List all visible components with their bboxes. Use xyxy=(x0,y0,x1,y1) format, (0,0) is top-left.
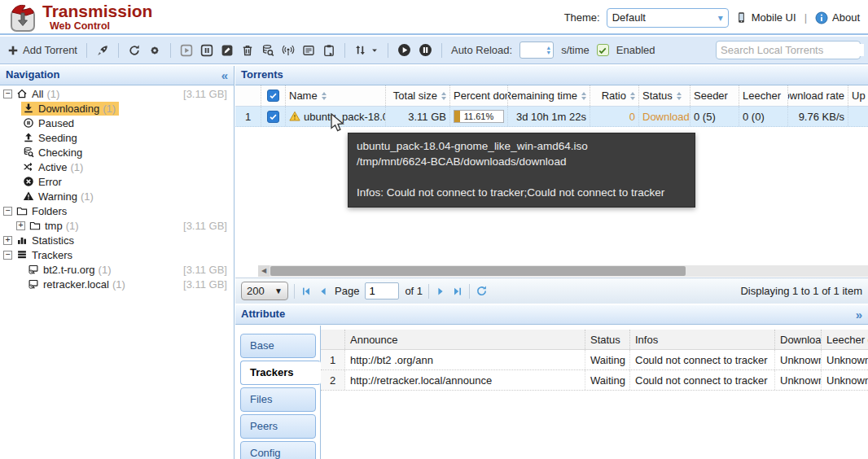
scroll-left-arrow-icon[interactable]: ◀ xyxy=(258,265,270,277)
column-header-select-all[interactable] xyxy=(261,85,286,106)
collapse-left-icon[interactable]: « xyxy=(221,67,228,85)
column-header-ratio[interactable]: Ratio xyxy=(590,85,639,106)
column-header-seeder[interactable]: Seeder xyxy=(690,85,739,106)
column-header-leecher[interactable]: Leecher xyxy=(739,85,788,106)
nav-item-folders[interactable]: − Folders xyxy=(0,203,234,218)
nav-item-label: Checking xyxy=(38,146,82,159)
column-header-remaining-time[interactable]: Remaining time xyxy=(508,85,590,106)
page-size-select[interactable]: 200 ▼ xyxy=(241,282,288,300)
about-link[interactable]: About xyxy=(815,11,860,24)
column-header-percent-done[interactable]: Percent done xyxy=(450,85,508,106)
tracker-row[interactable]: 1 http://bt2 .org/ann Waiting Could not … xyxy=(321,350,868,370)
start-torrent-button[interactable] xyxy=(180,44,193,57)
first-page-button[interactable] xyxy=(300,286,312,297)
queue-move-button[interactable] xyxy=(354,44,379,56)
copy-path-button[interactable] xyxy=(322,44,335,57)
nav-item-checking[interactable]: Checking xyxy=(0,145,234,160)
tab-base[interactable]: Base xyxy=(240,334,316,358)
nav-item-active[interactable]: Active (1) xyxy=(0,160,234,174)
nav-item-trackers[interactable]: − Trackers xyxy=(0,247,234,262)
column-header-infos[interactable]: Infos xyxy=(630,330,775,349)
tree-collapse-toggle[interactable]: − xyxy=(3,251,12,260)
search-box[interactable] xyxy=(716,41,861,59)
settings-button[interactable] xyxy=(148,44,161,57)
nav-item-seeding[interactable]: Seeding xyxy=(0,130,234,145)
edit-icon xyxy=(221,44,234,57)
horizontal-scrollbar[interactable]: ◀ xyxy=(258,265,868,277)
tree-collapse-toggle[interactable]: − xyxy=(3,90,12,98)
statistics-icon xyxy=(16,234,28,246)
mouse-cursor xyxy=(330,113,349,134)
folder-icon xyxy=(16,205,28,216)
column-header-name[interactable]: Name xyxy=(286,85,386,106)
tab-peers[interactable]: Peers xyxy=(240,414,316,439)
check-icon xyxy=(598,46,607,55)
attributes-button[interactable] xyxy=(302,44,315,57)
reannounce-button[interactable] xyxy=(282,44,295,57)
pause-torrent-button[interactable] xyxy=(200,44,213,57)
add-torrent-label: Add Torrent xyxy=(23,44,77,56)
tooltip-torrent-name: ubuntu_pack-18.04-gnome_like_win-amd64.i… xyxy=(357,138,686,154)
nav-item-count: (1) xyxy=(46,88,59,100)
tab-files[interactable]: Files xyxy=(240,387,316,412)
nav-item-warning[interactable]: Warning (1) xyxy=(0,189,234,203)
tree-collapse-toggle[interactable]: − xyxy=(3,207,12,216)
column-header-leecher[interactable]: Leecher c xyxy=(822,330,868,349)
column-header-announce[interactable]: Announce xyxy=(345,330,585,349)
tab-config[interactable]: Config xyxy=(240,441,316,459)
rename-button[interactable] xyxy=(221,44,234,57)
remove-button[interactable] xyxy=(241,44,254,57)
mobile-ui-link[interactable]: Mobile UI xyxy=(735,11,796,24)
about-label: About xyxy=(832,11,860,24)
mobile-ui-label: Mobile UI xyxy=(752,11,796,24)
scrollbar-thumb[interactable] xyxy=(270,266,686,276)
recheck-button[interactable] xyxy=(261,44,274,57)
nav-item-statistics[interactable]: + Statistics xyxy=(0,233,234,247)
start-all-button[interactable] xyxy=(397,43,411,57)
spinner-down-icon[interactable]: ▼ xyxy=(546,50,551,55)
select-all-checkbox[interactable] xyxy=(267,90,279,102)
nav-item-label: All xyxy=(32,88,43,100)
column-header-download[interactable]: Download xyxy=(775,330,822,349)
auto-reload-enabled-checkbox[interactable] xyxy=(597,44,609,56)
nav-item-downloading[interactable]: Downloading (1) xyxy=(0,101,234,116)
column-header-upload-rate[interactable]: Up xyxy=(848,85,868,106)
nav-item-tracker-retracker[interactable]: retracker.local (1) [3.11 GB] xyxy=(0,277,234,291)
row-checkbox[interactable] xyxy=(267,111,279,123)
search-input[interactable] xyxy=(721,44,864,56)
page-number-input[interactable] xyxy=(365,282,399,299)
theme-select[interactable]: Default ▾ xyxy=(607,8,729,28)
collapse-right-icon[interactable]: » xyxy=(856,306,862,324)
toolbar-separator xyxy=(170,43,171,58)
torrent-percent-cell: 11.61% xyxy=(450,107,508,126)
form-icon xyxy=(302,44,315,57)
tracker-status: Waiting xyxy=(585,350,630,369)
last-page-button[interactable] xyxy=(452,286,463,297)
refresh-page-button[interactable] xyxy=(476,285,488,297)
tracker-infos: Could not connect to tracker xyxy=(630,370,775,390)
column-header-status[interactable]: Status xyxy=(585,330,630,349)
column-header-status[interactable]: Status xyxy=(639,85,690,106)
next-page-button[interactable] xyxy=(435,286,446,297)
tree-expand-toggle[interactable]: + xyxy=(3,236,12,245)
column-header-download-rate[interactable]: Download rate xyxy=(788,85,848,106)
nav-item-all[interactable]: − All (1) [3.11 GB] xyxy=(0,86,234,101)
previous-page-button[interactable] xyxy=(318,286,329,297)
auto-reload-input[interactable]: ▲ ▼ xyxy=(519,42,554,59)
column-header-total-size[interactable]: Total size xyxy=(386,85,450,106)
tracker-icon xyxy=(28,278,39,290)
add-torrent-button[interactable]: Add Torrent xyxy=(7,44,77,56)
nav-item-paused[interactable]: Paused xyxy=(0,116,234,130)
nav-item-error[interactable]: Error xyxy=(0,174,234,189)
nav-item-tmp-folder[interactable]: + tmp (1) [3.11 GB] xyxy=(0,218,234,233)
reload-button[interactable] xyxy=(128,44,141,57)
tab-trackers[interactable]: Trackers xyxy=(240,361,321,385)
torrent-row-checkbox-cell[interactable] xyxy=(261,107,286,126)
nav-item-tracker-bt2[interactable]: bt2.t-ru.org (1) [3.11 GB] xyxy=(0,262,234,277)
attribute-panel: Attribute » Base Trackers Files Peers Co… xyxy=(235,305,868,459)
start-queue-button[interactable] xyxy=(96,44,109,57)
seeding-icon xyxy=(23,132,34,143)
pause-all-button[interactable] xyxy=(419,43,432,57)
tree-expand-toggle[interactable]: + xyxy=(16,221,25,230)
tracker-row[interactable]: 2 http://retracker.local/announce Waitin… xyxy=(321,370,868,391)
